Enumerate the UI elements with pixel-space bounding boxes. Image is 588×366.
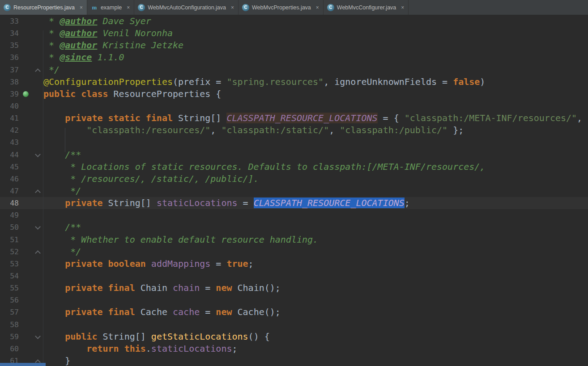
fold-slot bbox=[32, 27, 43, 39]
token-doc: * bbox=[43, 52, 60, 63]
code-text[interactable]: */ bbox=[43, 246, 81, 258]
line-number: 52 bbox=[0, 246, 19, 258]
code-text[interactable]: * @author Kristine Jetzke bbox=[43, 39, 183, 51]
fold-slot bbox=[32, 270, 43, 282]
token-kw: new bbox=[216, 282, 232, 293]
tab-example[interactable]: mexample× bbox=[87, 0, 134, 15]
gutter-icon-slot bbox=[19, 306, 32, 318]
code-text[interactable]: * /resources/, /static/, /public/]. bbox=[43, 173, 259, 185]
code-text[interactable]: */ bbox=[43, 64, 60, 76]
fold-slot bbox=[32, 343, 43, 355]
tab-resourceproperties-java[interactable]: CResourceProperties.java× bbox=[0, 0, 87, 15]
close-tab-icon[interactable]: × bbox=[231, 5, 234, 10]
close-tab-icon[interactable]: × bbox=[127, 5, 130, 10]
tab-webmvcproperties-java[interactable]: CWebMvcProperties.java× bbox=[239, 0, 324, 15]
code-text[interactable]: private static final String[] CLASSPATH_… bbox=[43, 112, 582, 124]
fold-slot bbox=[32, 112, 43, 124]
code-line-61: 61 } bbox=[0, 355, 588, 366]
gutter-icon-slot bbox=[19, 197, 32, 209]
code-text[interactable]: "classpath:/resources/", "classpath:/sta… bbox=[43, 124, 464, 136]
gutter: 46 bbox=[0, 173, 43, 185]
code-line-45: 45 * Locations of static resources. Defa… bbox=[0, 161, 588, 173]
token-kw: private static final bbox=[65, 113, 173, 123]
token-plain bbox=[43, 173, 65, 184]
token-plain bbox=[43, 246, 65, 257]
code-text[interactable]: private final Chain chain = new Chain(); bbox=[43, 282, 281, 294]
token-doc: Venil Noronha bbox=[97, 28, 173, 38]
gutter: 59 bbox=[0, 331, 43, 343]
code-line-34: 34 * @author Venil Noronha bbox=[0, 27, 588, 39]
code-text[interactable]: public String[] getStaticLocations() { bbox=[43, 331, 270, 343]
token-doc: * Whether to enable default resource han… bbox=[65, 234, 318, 245]
code-line-49: 49 bbox=[0, 209, 588, 221]
token-plain bbox=[43, 258, 65, 269]
line-number: 48 bbox=[0, 197, 19, 209]
line-number: 33 bbox=[0, 15, 19, 27]
token-field: cache bbox=[173, 307, 200, 317]
fold-collapse-icon[interactable] bbox=[35, 333, 41, 339]
code-line-39: 39public class ResourceProperties { bbox=[0, 88, 588, 100]
gutter-icon-slot bbox=[19, 246, 32, 258]
code-text[interactable]: * Whether to enable default resource han… bbox=[43, 234, 318, 246]
fold-collapse-icon[interactable] bbox=[35, 224, 41, 230]
code-text[interactable]: * @since 1.1.0 bbox=[43, 51, 124, 63]
code-text[interactable]: /** bbox=[43, 221, 81, 233]
token-plain: }; bbox=[447, 125, 464, 135]
fold-slot bbox=[32, 306, 43, 318]
token-plain: , bbox=[577, 113, 582, 123]
code-text[interactable]: private String[] staticLocations = CLASS… bbox=[43, 197, 410, 209]
code-line-55: 55 private final Chain chain = new Chain… bbox=[0, 282, 588, 294]
token-plain bbox=[43, 161, 65, 172]
token-plain: ; bbox=[405, 198, 410, 208]
java-class-icon: C bbox=[327, 4, 334, 11]
code-text[interactable]: * @author Dave Syer bbox=[43, 15, 151, 27]
tab-label: WebMvcProperties.java bbox=[252, 4, 311, 11]
close-tab-icon[interactable]: × bbox=[401, 5, 404, 10]
code-text[interactable]: private boolean addMappings = true; bbox=[43, 258, 254, 270]
token-plain bbox=[43, 185, 65, 196]
gutter: 57 bbox=[0, 306, 43, 318]
code-text[interactable]: public class ResourceProperties { bbox=[43, 88, 221, 100]
gutter-icon-slot bbox=[19, 209, 32, 221]
code-line-38: 38@ConfigurationProperties(prefix = "spr… bbox=[0, 76, 588, 88]
line-number: 51 bbox=[0, 234, 19, 246]
close-tab-icon[interactable]: × bbox=[316, 5, 319, 10]
tab-webmvcautoconfiguration-java[interactable]: CWebMvcAutoConfiguration.java× bbox=[134, 0, 239, 15]
token-plain: = bbox=[200, 282, 216, 293]
gutter-icon-slot bbox=[19, 27, 32, 39]
close-tab-icon[interactable]: × bbox=[80, 5, 83, 10]
java-class-icon: C bbox=[138, 4, 145, 11]
gutter: 55 bbox=[0, 282, 43, 294]
spring-bean-gutter-icon[interactable] bbox=[23, 91, 29, 97]
token-doc: /** bbox=[65, 149, 81, 160]
code-text[interactable]: * Locations of static resources. Default… bbox=[43, 161, 485, 173]
fold-slot bbox=[32, 161, 43, 173]
fold-slot bbox=[32, 282, 43, 294]
fold-end-icon[interactable] bbox=[35, 68, 41, 74]
token-plain bbox=[43, 234, 65, 245]
token-plain: ; bbox=[232, 343, 237, 354]
code-text[interactable]: */ bbox=[43, 185, 81, 197]
token-doc: Kristine Jetzke bbox=[97, 40, 183, 50]
fold-end-icon[interactable] bbox=[35, 250, 41, 256]
code-text[interactable]: } bbox=[43, 355, 70, 366]
tab-webmvcconfigurer-java[interactable]: CWebMvcConfigurer.java× bbox=[324, 0, 409, 15]
code-text[interactable]: /** bbox=[43, 149, 81, 161]
code-text[interactable]: private final Cache cache = new Cache(); bbox=[43, 306, 281, 318]
line-number: 47 bbox=[0, 185, 19, 197]
fold-end-icon[interactable] bbox=[35, 189, 41, 195]
gutter-icon-slot bbox=[19, 136, 32, 148]
token-plain bbox=[43, 149, 65, 160]
token-kw: private final bbox=[65, 307, 135, 317]
fold-collapse-icon[interactable] bbox=[35, 151, 41, 157]
token-plain bbox=[43, 282, 65, 293]
token-plain: = bbox=[238, 198, 254, 208]
gutter: 54 bbox=[0, 270, 43, 282]
code-text[interactable]: @ConfigurationProperties(prefix = "sprin… bbox=[43, 76, 485, 88]
code-text[interactable]: return this.staticLocations; bbox=[43, 343, 238, 355]
token-kw: public bbox=[65, 331, 97, 342]
code-text[interactable]: * @author Venil Noronha bbox=[43, 27, 173, 39]
tab-label: WebMvcConfigurer.java bbox=[337, 4, 396, 11]
token-plain: Cache bbox=[135, 307, 173, 317]
gutter-icon-slot bbox=[19, 331, 32, 343]
